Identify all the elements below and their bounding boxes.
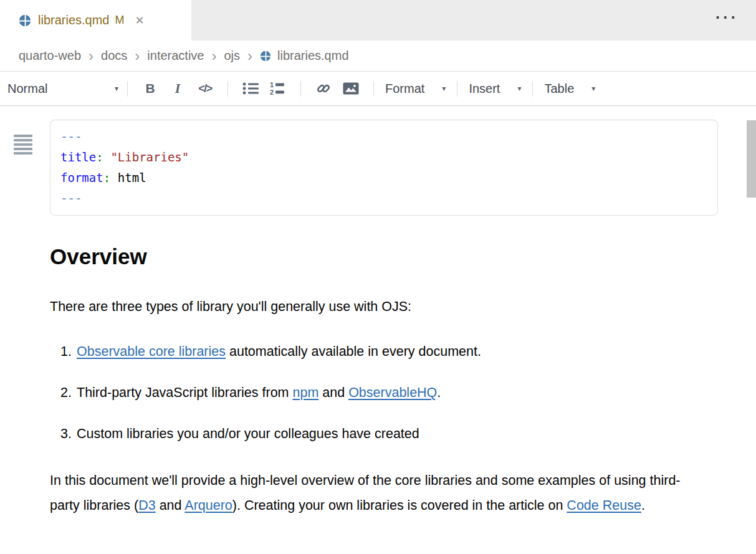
numbered-list: 1. Observable core libraries automatical… xyxy=(60,342,719,443)
list-item-text: Custom libraries you and/or your colleag… xyxy=(77,424,419,443)
numbered-list-button[interactable]: 1 2 xyxy=(264,76,292,101)
yaml-open-delimiter: --- xyxy=(60,127,707,147)
arquero-link[interactable]: Arquero xyxy=(184,498,232,513)
formatting-toolbar: Normal ▾ B I </> 1 2 xyxy=(0,72,756,106)
intro-paragraph: There are three types of library you'll … xyxy=(50,297,719,316)
toolbar-divider xyxy=(300,81,301,97)
paragraph-style-value: Normal xyxy=(7,82,47,96)
quarto-file-icon xyxy=(19,14,31,27)
breadcrumb-item-interactive[interactable]: interactive xyxy=(147,49,204,63)
toolbar-divider xyxy=(227,81,228,97)
toolbar-divider xyxy=(373,81,374,97)
image-icon xyxy=(343,81,359,96)
block-drag-handle-icon[interactable] xyxy=(14,135,32,156)
toolbar-divider xyxy=(127,81,128,97)
code-button[interactable]: </> xyxy=(191,76,219,101)
table-menu[interactable]: Table ▾ xyxy=(544,82,595,96)
list-item-marker: 1. xyxy=(60,342,77,361)
svg-text:1: 1 xyxy=(270,81,274,88)
list-item-text: Third-party JavaScript libraries from np… xyxy=(77,383,441,402)
modified-badge: M xyxy=(115,14,124,27)
tab-libraries-qmd[interactable]: libraries.qmd M ✕ xyxy=(0,0,191,41)
quarto-file-icon xyxy=(260,50,271,62)
closing-paragraph: In this document we'll provide a high-le… xyxy=(50,468,681,518)
editor-window: libraries.qmd M ✕ ··· quarto-web › docs … xyxy=(0,0,756,554)
code-reuse-link[interactable]: Code Reuse xyxy=(567,498,641,513)
bulleted-list-button[interactable] xyxy=(237,76,264,101)
observable-core-libraries-link[interactable]: Observable core libraries xyxy=(77,344,226,359)
scrollbar-thumb[interactable] xyxy=(747,120,756,198)
breadcrumb-item-quarto-web[interactable]: quarto-web xyxy=(19,49,81,63)
chevron-right-icon: › xyxy=(135,49,140,64)
insert-menu-label: Insert xyxy=(469,82,500,96)
bold-button[interactable]: B xyxy=(136,76,164,101)
more-actions-icon[interactable]: ··· xyxy=(715,10,739,26)
list-item: 2. Third-party JavaScript libraries from… xyxy=(60,383,719,402)
tab-label: libraries.qmd xyxy=(38,13,109,27)
section-heading: Overview xyxy=(50,244,719,269)
breadcrumb-item-ojs[interactable]: ojs xyxy=(224,49,240,63)
yaml-entry-title: title:"Libraries" xyxy=(60,147,707,168)
chevron-down-icon: ▾ xyxy=(115,85,118,92)
breadcrumb-file-label: libraries.qmd xyxy=(277,49,348,63)
chevron-down-icon: ▾ xyxy=(442,85,446,92)
insert-menu[interactable]: Insert ▾ xyxy=(469,82,521,96)
tab-bar: libraries.qmd M ✕ ··· xyxy=(0,0,756,41)
format-menu-label: Format xyxy=(385,82,424,96)
table-menu-label: Table xyxy=(544,82,574,96)
italic-button[interactable]: I xyxy=(164,76,191,101)
chevron-down-icon: ▾ xyxy=(591,85,595,92)
editor-canvas[interactable]: --- title:"Libraries" format:html --- Ov… xyxy=(0,120,756,554)
chevron-right-icon: › xyxy=(211,49,216,64)
yaml-metadata-block[interactable]: --- title:"Libraries" format:html --- xyxy=(50,120,718,216)
chevron-right-icon: › xyxy=(247,49,252,64)
npm-link[interactable]: npm xyxy=(292,385,318,400)
insert-image-button[interactable] xyxy=(337,76,365,101)
list-item: 3. Custom libraries you and/or your coll… xyxy=(60,424,719,443)
breadcrumb: quarto-web › docs › interactive › ojs › … xyxy=(0,41,756,72)
d3-link[interactable]: D3 xyxy=(138,498,155,513)
list-item-text: Observable core libraries automatically … xyxy=(77,342,481,361)
toolbar-divider xyxy=(457,81,457,97)
breadcrumb-item-docs[interactable]: docs xyxy=(101,49,127,63)
insert-link-button[interactable] xyxy=(310,76,337,101)
yaml-entry-format: format:html xyxy=(60,168,707,188)
svg-text:2: 2 xyxy=(270,88,274,96)
list-item-marker: 3. xyxy=(60,424,77,443)
link-icon xyxy=(315,81,332,96)
close-tab-icon[interactable]: ✕ xyxy=(135,15,144,26)
observablehq-link[interactable]: ObservableHQ xyxy=(348,385,437,400)
numbered-list-icon: 1 2 xyxy=(270,81,286,96)
list-item-marker: 2. xyxy=(60,383,77,402)
bulleted-list-icon xyxy=(242,81,259,96)
chevron-right-icon: › xyxy=(89,49,93,64)
paragraph-style-select[interactable]: Normal ▾ xyxy=(7,82,118,96)
toolbar-divider xyxy=(532,81,533,97)
chevron-down-icon: ▾ xyxy=(517,85,521,92)
breadcrumb-item-file[interactable]: libraries.qmd xyxy=(260,49,348,63)
format-menu[interactable]: Format ▾ xyxy=(385,82,446,96)
list-item: 1. Observable core libraries automatical… xyxy=(60,342,719,361)
yaml-close-delimiter: --- xyxy=(60,188,707,209)
